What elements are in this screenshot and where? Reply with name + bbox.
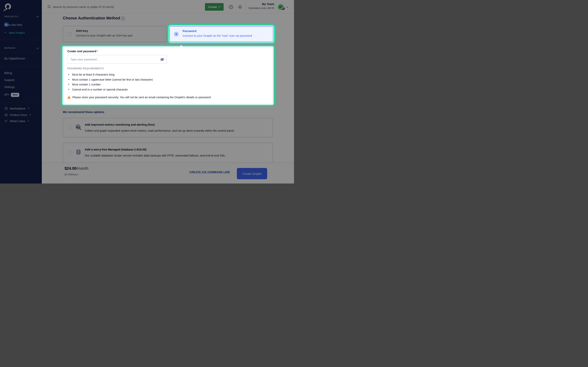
password-requirements-list: Must be at least 8 characters long Must … — [68, 73, 153, 93]
eye-off-icon — [160, 57, 164, 62]
password-description: Connect to your Droplet as the “root” us… — [182, 34, 252, 37]
required-asterisk: * — [97, 50, 98, 53]
warning-text: Please store your password securely. You… — [72, 96, 211, 99]
password-label-text: Create root password — [67, 50, 96, 53]
radio-dot — [175, 33, 177, 35]
password-requirements-title: PASSWORD REQUIREMENTS — [67, 67, 104, 70]
password-input-wrap — [67, 55, 167, 64]
auth-option-password[interactable]: Password Connect to your Droplet as the … — [169, 26, 273, 42]
requirement-item: Cannot end in a number or special charac… — [68, 88, 153, 91]
toggle-password-visibility-button[interactable] — [160, 57, 164, 62]
password-input[interactable] — [67, 55, 167, 64]
digitalocean-create-droplet-page: PROJECTS neon-dev-test + New Project MAN… — [0, 0, 294, 184]
password-title: Password — [182, 29, 196, 33]
warning-icon — [67, 96, 71, 99]
password-warning: Please store your password securely. You… — [67, 96, 211, 99]
requirement-item: Must contain 1 uppercase letter (cannot … — [68, 78, 153, 81]
requirement-item: Must contain 1 number — [68, 83, 153, 86]
password-field-label: Create root password* — [67, 50, 98, 53]
requirement-item: Must be at least 8 characters long — [68, 73, 153, 76]
password-radio[interactable] — [174, 32, 178, 36]
password-form-panel: Create root password* PASSWORD REQUIREME… — [63, 47, 273, 104]
